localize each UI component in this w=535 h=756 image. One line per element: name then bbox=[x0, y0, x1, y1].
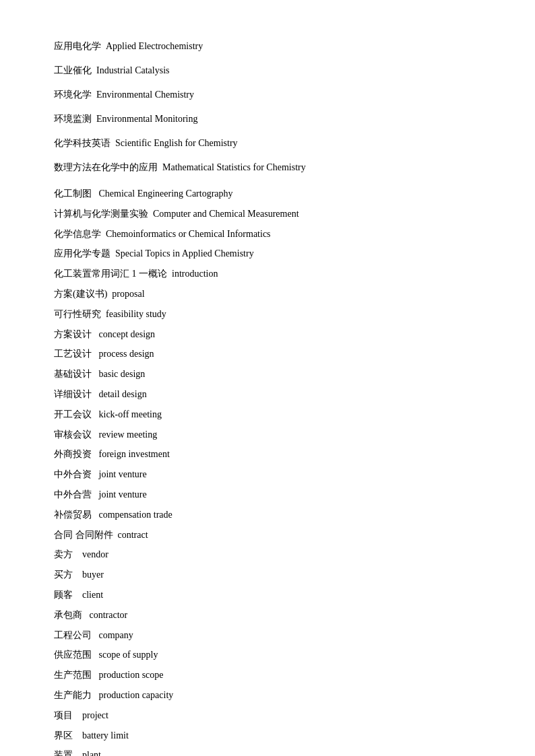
line-item: 开工会议 kick-off meeting bbox=[54, 407, 481, 423]
line-item: 承包商 contractor bbox=[54, 607, 481, 623]
zh-text: 生产能力 bbox=[54, 690, 99, 700]
en-text: detail design bbox=[99, 389, 147, 399]
line-item: 环境化学 Environmental Chemistry bbox=[54, 89, 481, 101]
zh-text: 外商投资 bbox=[54, 449, 99, 459]
zh-text: 应用电化学 bbox=[54, 41, 106, 51]
en-text: joint venture bbox=[99, 489, 147, 500]
line-item: 生产能力 production capacity bbox=[54, 687, 481, 703]
zh-text: 化学科技英语 bbox=[54, 138, 115, 148]
zh-text: 方案(建议书) bbox=[54, 289, 112, 299]
en-text: review meeting bbox=[99, 429, 158, 440]
line-item: 工业催化 Industrial Catalysis bbox=[54, 65, 481, 77]
line-item: 工艺设计 process design bbox=[54, 346, 481, 362]
zh-text: 工程公司 bbox=[54, 630, 99, 640]
en-text: introduction bbox=[172, 269, 218, 279]
zh-text: 买方 bbox=[54, 570, 82, 580]
line-item: 买方 buyer bbox=[54, 567, 481, 583]
zh-text: 方案设计 bbox=[54, 329, 99, 339]
en-text: plant bbox=[82, 750, 101, 756]
en-text: client bbox=[82, 590, 103, 600]
en-text: project bbox=[82, 710, 108, 720]
line-item: 化工制图 Chemical Engineering Cartography bbox=[54, 186, 481, 202]
en-text: concept design bbox=[99, 329, 156, 339]
line-item: 审核会议 review meeting bbox=[54, 427, 481, 443]
zh-text: 可行性研究 bbox=[54, 309, 106, 319]
en-text: scope of supply bbox=[99, 650, 158, 660]
zh-text: 供应范围 bbox=[54, 650, 99, 660]
zh-text: 环境化学 bbox=[54, 90, 96, 100]
zh-text: 审核会议 bbox=[54, 429, 99, 440]
en-text: Special Topics in Applied Chemistry bbox=[115, 248, 254, 259]
line-item: 供应范围 scope of supply bbox=[54, 647, 481, 663]
en-text: contract bbox=[118, 530, 148, 540]
zh-text: 工业催化 bbox=[54, 65, 96, 75]
zh-text: 开工会议 bbox=[54, 409, 99, 419]
en-text: Mathematical Statistics for Chemistry bbox=[162, 162, 306, 172]
en-text: Environmental Chemistry bbox=[96, 90, 194, 100]
zh-text: 基础设计 bbox=[54, 369, 99, 379]
en-text: Computer and Chemical Measurement bbox=[153, 209, 299, 219]
zh-text: 化工装置常用词汇 1 一概论 bbox=[54, 269, 172, 279]
en-text: company bbox=[99, 630, 133, 640]
en-text: kick-off meeting bbox=[99, 409, 162, 419]
line-item: 项目 project bbox=[54, 708, 481, 724]
en-text: process design bbox=[99, 349, 154, 359]
zh-text: 补偿贸易 bbox=[54, 510, 99, 520]
en-text: joint venture bbox=[99, 469, 147, 479]
en-text: Chemical Engineering Cartography bbox=[99, 188, 233, 199]
zh-text: 环境监测 bbox=[54, 114, 96, 124]
line-item: 化学科技英语 Scientific English for Chemistry bbox=[54, 137, 481, 149]
line-item: 界区 battery limit bbox=[54, 728, 481, 744]
en-text: Environmental Monitoring bbox=[96, 114, 197, 124]
line-item: 方案设计 concept design bbox=[54, 327, 481, 343]
zh-text: 承包商 bbox=[54, 610, 90, 620]
en-text: Scientific English for Chemistry bbox=[115, 138, 238, 148]
zh-text: 合同 合同附件 bbox=[54, 530, 118, 540]
en-text: proposal bbox=[112, 289, 144, 299]
en-text: production capacity bbox=[99, 690, 174, 700]
line-item: 应用电化学 Applied Electrochemistry bbox=[54, 40, 481, 53]
line-item: 补偿贸易 compensation trade bbox=[54, 507, 481, 523]
zh-text: 数理方法在化学中的应用 bbox=[54, 162, 162, 172]
en-text: compensation trade bbox=[99, 510, 172, 520]
zh-text: 详细设计 bbox=[54, 389, 99, 399]
zh-text: 工艺设计 bbox=[54, 349, 99, 359]
zh-text: 界区 bbox=[54, 730, 82, 741]
line-item: 可行性研究 feasibility study bbox=[54, 306, 481, 322]
en-text: contractor bbox=[90, 610, 128, 620]
line-item: 计算机与化学测量实验 Computer and Chemical Measure… bbox=[54, 206, 481, 222]
en-text: Applied Electrochemistry bbox=[106, 41, 203, 51]
zh-text: 项目 bbox=[54, 710, 82, 720]
en-text: production scope bbox=[99, 670, 164, 680]
zh-text: 顾客 bbox=[54, 590, 82, 600]
line-item: 中外合营 joint venture bbox=[54, 487, 481, 503]
zh-text: 中外合营 bbox=[54, 489, 99, 500]
en-text: foreign investment bbox=[99, 449, 170, 459]
line-item: 数理方法在化学中的应用 Mathematical Statistics for … bbox=[54, 162, 481, 174]
zh-text: 化学信息学 bbox=[54, 229, 106, 239]
line-item: 应用化学专题 Special Topics in Applied Chemist… bbox=[54, 246, 481, 262]
line-item: 顾客 client bbox=[54, 587, 481, 603]
line-item: 方案(建议书) proposal bbox=[54, 286, 481, 302]
en-text: battery limit bbox=[82, 730, 129, 741]
zh-text: 生产范围 bbox=[54, 670, 99, 680]
line-item: 化工装置常用词汇 1 一概论 introduction bbox=[54, 266, 481, 282]
zh-text: 应用化学专题 bbox=[54, 248, 115, 259]
line-item: 工程公司 company bbox=[54, 627, 481, 644]
en-text: Industrial Catalysis bbox=[96, 65, 170, 75]
zh-text: 化工制图 bbox=[54, 188, 99, 199]
en-text: Chemoinformatics or Chemical Informatics bbox=[106, 229, 271, 239]
line-item: 外商投资 foreign investment bbox=[54, 446, 481, 462]
line-item: 生产范围 production scope bbox=[54, 667, 481, 683]
en-text: vendor bbox=[82, 549, 108, 559]
zh-text: 中外合资 bbox=[54, 469, 99, 479]
line-item: 详细设计 detail design bbox=[54, 386, 481, 403]
line-item: 中外合资 joint venture bbox=[54, 467, 481, 483]
line-item: 合同 合同附件 contract bbox=[54, 527, 481, 543]
zh-text: 装置 bbox=[54, 750, 82, 756]
en-text: basic design bbox=[99, 369, 146, 379]
line-item: 基础设计 basic design bbox=[54, 366, 481, 382]
content-area: 应用电化学 Applied Electrochemistry工业催化 Indus… bbox=[54, 40, 481, 756]
zh-text: 计算机与化学测量实验 bbox=[54, 209, 153, 219]
zh-text: 卖方 bbox=[54, 549, 82, 559]
